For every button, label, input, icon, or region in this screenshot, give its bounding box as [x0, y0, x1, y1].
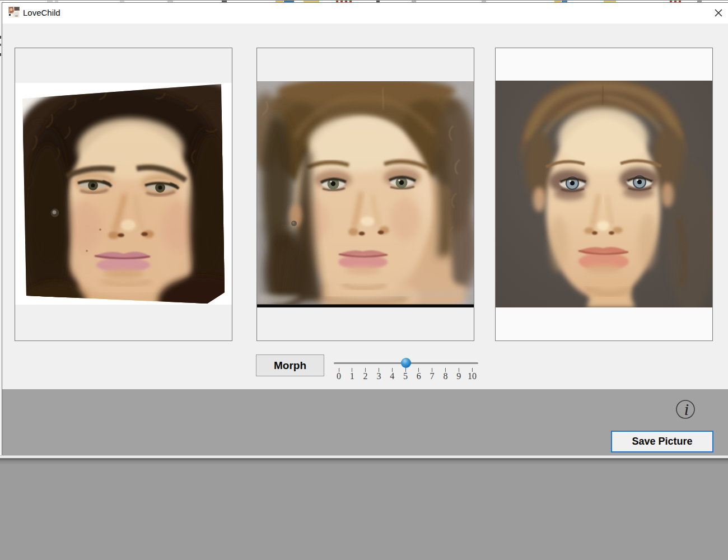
svg-text:i: i — [684, 400, 689, 418]
